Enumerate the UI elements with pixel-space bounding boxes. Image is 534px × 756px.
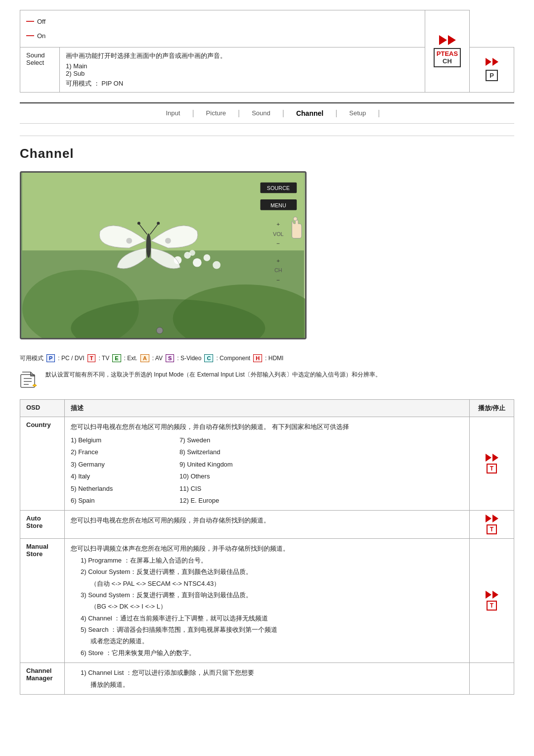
main-table: OSD 描述 播放/停止 Country 您可以扫寻电视在您所在地区可用的频段，… xyxy=(20,399,514,695)
play-icon-t-1: T xyxy=(476,454,508,473)
play-tri-sm2 xyxy=(492,58,498,66)
country-item-8: 8) Switzerland xyxy=(179,446,278,458)
desc-manual-store: 您可以扫寻调频立体声在您所在地区可用的频段，并手动存储所找到的频道。 1) Pr… xyxy=(65,539,470,663)
play-icon-group-mid xyxy=(486,58,498,66)
tv-screen: SOURCE MENU + VOL − + CH − xyxy=(20,171,307,339)
play-tri-sm1 xyxy=(486,58,491,66)
osd-country: Country xyxy=(20,417,65,511)
table-row: Country 您可以扫寻电视在您所在地区可用的频段，并自动存储所找到的频道。 … xyxy=(20,417,514,511)
pteas-badge: PTEAS CH xyxy=(434,48,461,67)
page-title: Channel xyxy=(20,146,514,161)
note-block: 默认设置可能有所不同，这取决于所选的 Input Mode（在 External… xyxy=(20,370,514,389)
nav-sound[interactable]: Sound xyxy=(240,107,282,119)
svg-text:+: + xyxy=(276,221,280,227)
off-on-block: — Off — On xyxy=(26,14,419,43)
note-text: 默认设置可能有所不同，这取决于所选的 Input Mode（在 External… xyxy=(45,370,381,379)
mode-h-label: : HDMI xyxy=(265,355,283,362)
svg-point-16 xyxy=(137,222,140,225)
tri-a2 xyxy=(492,515,498,522)
top-table: — Off — On xyxy=(20,10,514,93)
play-channel-manager xyxy=(470,663,514,695)
t-badge-manual: T xyxy=(487,601,497,611)
manual-line-5: 5) Search ：调谐器会扫描频率范围，直到电视屏幕接收到第一个频道 xyxy=(81,624,463,635)
mode-badge-s: S xyxy=(166,354,174,362)
mode-c-label: : Component xyxy=(216,355,250,362)
mode-badge-e: E xyxy=(112,354,121,362)
mode-e-label: : Ext. xyxy=(124,355,137,362)
tv-section: SOURCE MENU + VOL − + CH − xyxy=(20,171,514,339)
auto-store-text: 您可以扫寻电视在您所在地区可用的频段，并自动存储所找到的频道。 xyxy=(71,515,463,526)
country-item-2: 2) France xyxy=(71,446,170,458)
sound-select-label: Sound Select xyxy=(20,47,60,92)
country-item-6: 6) Spain xyxy=(71,495,170,506)
page-wrapper: — Off — On xyxy=(0,0,534,705)
svg-point-9 xyxy=(213,261,221,269)
ch-mgr-line-2: 播放的频道。 xyxy=(90,679,463,690)
country-item-12: 12) E. Europe xyxy=(179,495,278,506)
osd-manual-store: ManualStore xyxy=(20,539,65,663)
tv-dot xyxy=(156,327,163,334)
tri-a1 xyxy=(486,515,491,522)
mode-badge-t: T xyxy=(88,354,96,362)
country-item-11: 11) CIS xyxy=(179,483,278,494)
svg-text:−: − xyxy=(276,277,280,283)
mode-badge-p: P xyxy=(46,354,55,362)
manual-line-3b: （BG <-> DK <-> I <-> L） xyxy=(90,601,463,612)
tri-c2 xyxy=(492,454,498,462)
play-auto-store: T xyxy=(470,511,514,539)
country-item-1: 1) Belgium xyxy=(71,434,170,446)
mode-t-label: : TV xyxy=(98,355,109,362)
desc-auto-store: 您可以扫寻电视在您所在地区可用的频段，并自动存储所找到的频道。 xyxy=(65,511,470,539)
mode-legend: 可用模式 P : PC / DVI T : TV E : Ext. A : AV… xyxy=(20,354,514,363)
note-icon xyxy=(20,370,40,389)
manual-line-1: 1) Programme ：在屏幕上输入合适的台号。 xyxy=(81,555,463,566)
nav-input[interactable]: Input xyxy=(154,107,192,119)
play-triangles-country xyxy=(486,454,498,462)
tri-c1 xyxy=(486,454,491,462)
th-play: 播放/停止 xyxy=(470,399,514,417)
play-country: T xyxy=(470,417,514,511)
sound-select-mode: 可用模式 ： PIP ON xyxy=(66,79,419,88)
svg-text:SOURCE: SOURCE xyxy=(267,185,290,191)
manual-line-2b: （自动 <-> PAL <-> SECAM <-> NTSC4.43） xyxy=(90,578,463,589)
table-row: ChannelManager 1) Channel List ：您可以进行添加或… xyxy=(20,663,514,695)
country-item-7: 7) Sweden xyxy=(179,434,278,446)
country-item-4: 4) Italy xyxy=(71,471,170,482)
desc-channel-manager: 1) Channel List ：您可以进行添加或删除，从而只留下您想要 播放的… xyxy=(65,663,470,695)
manual-line-2: 2) Colour System：反复进行调整，直到颜色达到最佳品质。 xyxy=(81,566,463,577)
divider xyxy=(20,136,514,136)
country-item-3: 3) Germany xyxy=(71,459,170,470)
mode-badge-h: H xyxy=(253,354,262,362)
tri-m2 xyxy=(492,591,498,599)
svg-point-28 xyxy=(293,217,297,221)
pteas-row2: CH xyxy=(437,57,458,65)
tv-screen-wrapper: SOURCE MENU + VOL − + CH − xyxy=(20,171,307,339)
osd-channel-manager: ChannelManager xyxy=(20,663,65,695)
country-desc-title: 您可以扫寻电视在您所在地区可用的频段，并自动存储所找到的频道。 有下列国家和地区… xyxy=(71,421,463,432)
nav-setup[interactable]: Setup xyxy=(337,107,378,119)
on-label: On xyxy=(37,30,45,42)
play-triangles-manual xyxy=(486,591,498,599)
mode-badge-a: A xyxy=(140,354,149,362)
t-badge-country: T xyxy=(487,464,497,473)
svg-point-11 xyxy=(146,233,151,257)
country-item-5: 5) Netherlands xyxy=(71,483,170,494)
play-icon-group-top xyxy=(439,35,456,45)
nav-picture[interactable]: Picture xyxy=(194,107,238,119)
manual-line-3: 3) Sound System：反复进行调整，直到音响达到最佳品质。 xyxy=(81,589,463,601)
manual-line-5b: 或者您选定的频道。 xyxy=(90,635,463,647)
off-dash: — xyxy=(26,14,34,29)
svg-point-8 xyxy=(204,254,211,261)
svg-text:VOL: VOL xyxy=(273,231,284,236)
pteas-row1: PTEAS xyxy=(437,50,458,58)
svg-text:CH: CH xyxy=(274,267,282,273)
th-osd: OSD xyxy=(20,399,65,417)
t-badge-auto: T xyxy=(487,524,497,534)
play-icon-t-2: T xyxy=(476,515,508,534)
sound-select-desc: 画中画功能打开时选择主画面中的声音或画中画的声音。 1) Main 2) Sub… xyxy=(60,47,425,92)
country-item-10: 10) Others xyxy=(179,471,278,482)
tri-m1 xyxy=(486,591,491,599)
svg-point-7 xyxy=(193,258,202,267)
nav-channel[interactable]: Channel xyxy=(284,107,335,119)
svg-text:MENU: MENU xyxy=(270,202,286,208)
